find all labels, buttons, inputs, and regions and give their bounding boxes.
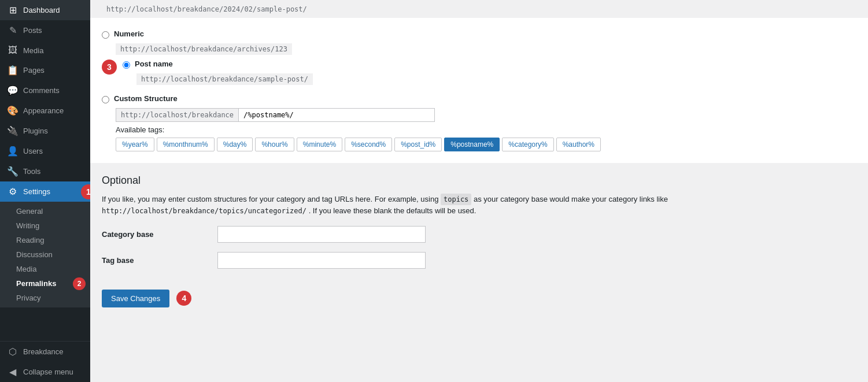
plugins-icon: 🔌: [7, 125, 19, 136]
tag-category[interactable]: %category%: [502, 138, 553, 151]
appearance-icon: 🎨: [7, 105, 19, 116]
desc-part3: . If you leave these blank the defaults …: [309, 206, 477, 215]
sidebar-item-label: Posts: [23, 26, 42, 35]
dashboard-icon: ⊞: [7, 5, 19, 16]
comments-icon: 💬: [7, 85, 19, 96]
sidebar-item-media[interactable]: 🖼 Media: [0, 40, 90, 60]
tag-base-label: Tag base: [102, 256, 217, 265]
custom-structure-row: http://localhost/breakdance: [116, 108, 856, 122]
sidebar-item-users[interactable]: 👤 Users: [0, 141, 90, 161]
category-base-row: Category base: [102, 226, 856, 243]
radio-postname[interactable]: [123, 61, 130, 69]
permalink-option-postname: Post name: [123, 60, 313, 69]
tag-hour[interactable]: %hour%: [255, 138, 294, 151]
breakdance-icon: ⬡: [7, 346, 19, 357]
desc-part2: as your category base would make your ca…: [474, 195, 668, 203]
custom-structure-input[interactable]: [238, 108, 435, 122]
settings-submenu: General Writing Reading Discussion Media…: [0, 202, 90, 307]
postname-option-wrapper: Post name http://localhost/breakdance/sa…: [123, 60, 313, 90]
sidebar-item-label: Collapse menu: [23, 368, 73, 376]
label-custom[interactable]: Custom Structure: [114, 94, 178, 103]
tag-base-row: Tag base: [102, 252, 856, 269]
tag-year[interactable]: %year%: [116, 138, 154, 151]
annotation-4: 4: [176, 291, 191, 306]
tools-icon: 🔧: [7, 166, 19, 177]
collapse-icon: ◀: [7, 366, 19, 377]
sidebar-item-label: Appearance: [23, 106, 64, 115]
sidebar-item-label: Dashboard: [23, 6, 60, 14]
available-tags-label: Available tags:: [116, 125, 856, 134]
tag-base-input[interactable]: [217, 252, 426, 269]
permalink-options-area: Numeric http://localhost/breakdance/arch…: [90, 18, 868, 163]
sidebar-item-label: Breakdance: [23, 347, 63, 356]
submenu-general[interactable]: General: [0, 204, 90, 218]
submenu-media[interactable]: Media: [0, 262, 90, 276]
sidebar: ⊞ Dashboard ✎ Posts 🖼 Media 📋 Pages 💬 Co…: [0, 0, 90, 382]
category-base-label: Category base: [102, 230, 217, 239]
sidebar-item-breakdance[interactable]: ⬡ Breakdance: [0, 342, 90, 362]
sidebar-item-appearance[interactable]: 🎨 Appearance: [0, 101, 90, 121]
submenu-reading[interactable]: Reading: [0, 233, 90, 247]
desc-part1: If you like, you may enter custom struct…: [102, 195, 438, 203]
tag-postname[interactable]: %postname%: [444, 138, 500, 151]
sidebar-bottom: ⬡ Breakdance ◀ Collapse menu: [0, 341, 90, 382]
url-example-numeric: http://localhost/breakdance/archives/123: [102, 43, 856, 60]
sidebar-item-settings[interactable]: ⚙ Settings 1: [0, 181, 90, 202]
sidebar-item-dashboard[interactable]: ⊞ Dashboard: [0, 0, 90, 20]
tag-second[interactable]: %second%: [345, 138, 392, 151]
tag-day[interactable]: %day%: [217, 138, 253, 151]
sidebar-item-pages[interactable]: 📋 Pages: [0, 60, 90, 80]
permalink-option-numeric: Numeric: [102, 29, 856, 39]
sidebar-item-label: Tools: [23, 167, 40, 176]
pages-icon: 📋: [7, 65, 19, 76]
sidebar-item-label: Pages: [23, 66, 45, 75]
radio-numeric[interactable]: [102, 31, 109, 39]
url-numeric: http://localhost/breakdance/archives/123: [116, 43, 292, 55]
sidebar-item-label: Comments: [23, 86, 60, 95]
sidebar-item-collapse[interactable]: ◀ Collapse menu: [0, 362, 90, 382]
top-url-bar: http://localhost/breakdance/2024/02/samp…: [90, 0, 868, 18]
optional-description: If you like, you may enter custom struct…: [102, 194, 856, 217]
submenu-writing[interactable]: Writing: [0, 218, 90, 233]
label-numeric[interactable]: Numeric: [114, 29, 144, 38]
users-icon: 👤: [7, 146, 19, 157]
top-url-display: http://localhost/breakdance/2024/02/samp…: [102, 3, 312, 15]
sidebar-item-label: Settings: [23, 187, 50, 196]
sidebar-item-comments[interactable]: 💬 Comments: [0, 80, 90, 101]
save-changes-button[interactable]: Save Changes: [102, 290, 169, 307]
main-content: http://localhost/breakdance/2024/02/samp…: [90, 0, 868, 382]
tag-post-id[interactable]: %post_id%: [394, 138, 442, 151]
custom-structure-base: http://localhost/breakdance: [116, 108, 238, 122]
sidebar-item-label: Media: [23, 46, 43, 55]
label-postname[interactable]: Post name: [135, 60, 173, 68]
optional-title: Optional: [102, 175, 856, 187]
available-tags: Available tags: %year% %monthnum% %day% …: [116, 125, 856, 151]
sidebar-item-plugins[interactable]: 🔌 Plugins: [0, 121, 90, 141]
annotation-3: 3: [102, 60, 117, 75]
submenu-permalinks[interactable]: Permalinks 2: [0, 276, 90, 291]
media-icon: 🖼: [7, 45, 19, 55]
example-url: http://localhost/breakdance/topics/uncat…: [102, 207, 306, 215]
tag-author[interactable]: %author%: [556, 138, 601, 151]
permalink-option-custom: Custom Structure: [102, 94, 856, 103]
sidebar-item-tools[interactable]: 🔧 Tools: [0, 161, 90, 181]
tag-monthnum[interactable]: %monthnum%: [157, 138, 215, 151]
category-base-input[interactable]: [217, 226, 426, 243]
settings-icon: ⚙: [7, 186, 19, 197]
example-code: topics: [441, 194, 471, 205]
save-row: Save Changes 4: [90, 290, 868, 307]
optional-section: Optional If you like, you may enter cust…: [90, 163, 868, 290]
annotation-1: 1: [81, 184, 90, 199]
tag-minute[interactable]: %minute%: [297, 138, 342, 151]
submenu-discussion[interactable]: Discussion: [0, 247, 90, 262]
submenu-privacy[interactable]: Privacy: [0, 291, 90, 305]
posts-icon: ✎: [7, 25, 19, 36]
url-postname: http://localhost/breakdance/sample-post/: [136, 73, 313, 85]
submenu-permalinks-label: Permalinks: [16, 279, 56, 288]
annotation-2: 2: [73, 277, 86, 290]
sidebar-item-label: Users: [23, 147, 43, 155]
sidebar-item-posts[interactable]: ✎ Posts: [0, 20, 90, 40]
sidebar-item-label: Plugins: [23, 127, 48, 135]
radio-custom[interactable]: [102, 96, 109, 103]
tags-row: %year% %monthnum% %day% %hour% %minute% …: [116, 138, 856, 151]
